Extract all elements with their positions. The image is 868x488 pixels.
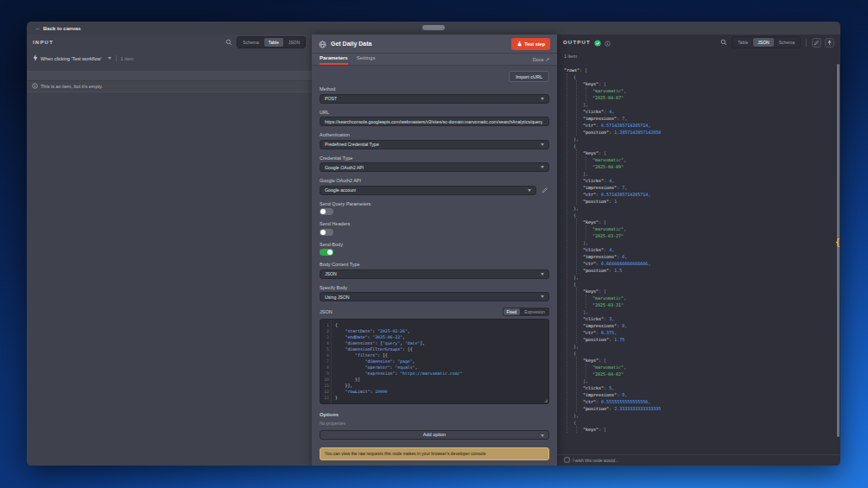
flask-icon bbox=[516, 41, 523, 48]
table-header-row bbox=[27, 72, 312, 81]
node-title: Get Daily Data bbox=[331, 41, 371, 47]
input-panel-header: INPUT Schema Table JSON bbox=[27, 35, 312, 50]
credential-type-select[interactable]: Google OAuth2 API bbox=[320, 162, 549, 172]
empty-item-message: This is an item, but it's empty. bbox=[41, 84, 103, 89]
authentication-label: Authentication bbox=[320, 132, 549, 137]
method-select[interactable]: POST bbox=[320, 94, 549, 104]
output-panel-header: OUTPUT Table JSON Schema bbox=[557, 35, 840, 50]
google-oauth2-value: Google account bbox=[325, 187, 356, 193]
json-code-gutter: 12345678910111213 bbox=[320, 320, 332, 403]
output-item-count: 1 item bbox=[557, 50, 840, 59]
empty-item-row: This is an item, but it's empty. bbox=[27, 81, 312, 92]
google-oauth2-label: Google OAuth2 API bbox=[320, 178, 549, 183]
output-info-icon bbox=[605, 35, 611, 50]
test-step-button[interactable]: Test step bbox=[511, 38, 550, 50]
body-content-type-select[interactable]: JSON bbox=[320, 269, 549, 279]
node-settings-panel: Get Daily Data Test step Parameters Sett… bbox=[312, 35, 557, 466]
body-content-type-label: Body Content Type bbox=[320, 262, 549, 267]
output-panel: OUTPUT Table JSON Schema bbox=[557, 35, 840, 466]
tab-settings[interactable]: Settings bbox=[357, 55, 376, 65]
output-scrollbar[interactable] bbox=[837, 64, 839, 437]
chevron-down-icon bbox=[528, 189, 531, 192]
send-headers-label: Send Headers bbox=[320, 221, 549, 226]
output-view-switch: Table JSON Schema bbox=[732, 36, 801, 48]
info-icon bbox=[32, 83, 38, 90]
url-input[interactable]: https://searchconsole.googleapis.com/web… bbox=[320, 117, 549, 126]
google-oauth2-field: Google OAuth2 API Google account bbox=[320, 178, 549, 195]
edit-credential-icon[interactable] bbox=[540, 186, 549, 195]
success-check-icon bbox=[594, 35, 601, 50]
add-option-button[interactable]: Add option bbox=[320, 430, 549, 440]
method-field: Method POST bbox=[320, 86, 549, 104]
node-tabs: Parameters Settings Docs ↗ bbox=[312, 54, 557, 66]
authentication-select[interactable]: Predefined Credential Type bbox=[320, 140, 549, 149]
input-search-icon[interactable] bbox=[224, 38, 233, 48]
back-to-canvas-button[interactable]: ← Back to canvas bbox=[32, 24, 85, 33]
output-view-table[interactable]: Table bbox=[733, 38, 752, 47]
json-body-label: JSON bbox=[320, 309, 333, 314]
developer-console-notice: You can view the raw requests this node … bbox=[320, 447, 549, 461]
node-drag-handle[interactable] bbox=[422, 25, 445, 30]
divider bbox=[116, 55, 117, 61]
output-view-schema[interactable]: Schema bbox=[775, 38, 799, 47]
json-code-editor[interactable]: 12345678910111213 { "startDate": "2025-0… bbox=[320, 319, 549, 404]
send-headers-field: Send Headers bbox=[320, 221, 549, 236]
specify-body-field: Specify Body Using JSON bbox=[320, 285, 549, 302]
url-field: URL https://searchconsole.googleapis.com… bbox=[320, 110, 549, 127]
node-header: Get Daily Data Test step bbox=[312, 35, 557, 54]
send-query-parameters-toggle[interactable] bbox=[320, 208, 333, 215]
test-step-label: Test step bbox=[524, 41, 545, 47]
send-query-parameters-label: Send Query Parameters bbox=[320, 201, 549, 206]
tab-parameters[interactable]: Parameters bbox=[320, 55, 348, 65]
edit-output-icon[interactable] bbox=[812, 38, 821, 48]
editor-resize-handle[interactable] bbox=[544, 399, 548, 402]
mode-expression-button[interactable]: Expression bbox=[521, 308, 548, 315]
back-label: Back to canvas bbox=[43, 26, 81, 31]
input-source-select[interactable]: When clicking 'Test workflow' 1 item bbox=[27, 50, 312, 67]
json-code: { "startDate": "2025-02-26", "endDate": … bbox=[332, 320, 548, 403]
send-body-field: Send Body bbox=[320, 242, 549, 257]
import-curl-button[interactable]: Import cURL bbox=[509, 71, 549, 82]
chevron-down-icon bbox=[541, 295, 544, 298]
mode-fixed-button[interactable]: Fixed bbox=[504, 308, 521, 315]
credential-type-value: Google OAuth2 API bbox=[325, 165, 364, 170]
input-source-label: When clicking 'Test workflow' bbox=[41, 56, 102, 61]
url-value: https://searchconsole.googleapis.com/web… bbox=[325, 119, 542, 124]
specify-body-select[interactable]: Using JSON bbox=[320, 292, 549, 301]
method-value: POST bbox=[325, 96, 337, 101]
output-search-icon[interactable] bbox=[719, 38, 728, 48]
send-body-label: Send Body bbox=[320, 242, 549, 247]
pin-data-icon[interactable] bbox=[825, 38, 834, 48]
divider bbox=[806, 39, 807, 47]
panels-container: INPUT Schema Table JSON When clicking 'T… bbox=[27, 35, 840, 466]
options-empty-text: No properties bbox=[320, 421, 549, 426]
authentication-value: Predefined Credential Type bbox=[325, 142, 379, 147]
method-label: Method bbox=[320, 86, 549, 92]
specify-body-value: Using JSON bbox=[325, 295, 350, 300]
output-view-json[interactable]: JSON bbox=[753, 38, 773, 47]
json-body-field: JSON Fixed Expression 12345678910111213 … bbox=[320, 307, 549, 404]
send-headers-toggle[interactable] bbox=[320, 229, 333, 236]
chevron-down-icon bbox=[541, 166, 544, 168]
chevron-down-icon bbox=[541, 434, 544, 437]
url-label: URL bbox=[320, 110, 549, 115]
send-body-toggle[interactable] bbox=[320, 249, 333, 256]
credential-type-field: Credential Type Google OAuth2 API bbox=[320, 155, 549, 173]
output-footer: I wish this node would... bbox=[557, 454, 840, 466]
http-request-node-icon bbox=[319, 36, 326, 52]
docs-link[interactable]: Docs ↗ bbox=[533, 57, 549, 65]
input-view-json[interactable]: JSON bbox=[284, 38, 304, 47]
options-label: Options bbox=[320, 412, 549, 417]
input-view-table[interactable]: Table bbox=[264, 38, 283, 47]
input-panel-title: INPUT bbox=[33, 40, 54, 45]
add-option-label: Add option bbox=[423, 432, 446, 437]
input-view-schema[interactable]: Schema bbox=[238, 38, 263, 47]
bolt-icon bbox=[33, 54, 38, 62]
feedback-link[interactable]: I wish this node would... bbox=[573, 458, 618, 463]
expression-brace-icon: { bbox=[836, 238, 839, 247]
external-link-icon: ↗ bbox=[545, 57, 549, 62]
send-query-parameters-field: Send Query Parameters bbox=[320, 201, 549, 216]
google-oauth2-select[interactable]: Google account bbox=[320, 186, 536, 195]
output-json-tree: "rows": [{"keys": ["marvomatic","2025-04… bbox=[557, 59, 840, 454]
node-parameters-body: Import cURL Method POST URL https://sear… bbox=[312, 66, 557, 466]
